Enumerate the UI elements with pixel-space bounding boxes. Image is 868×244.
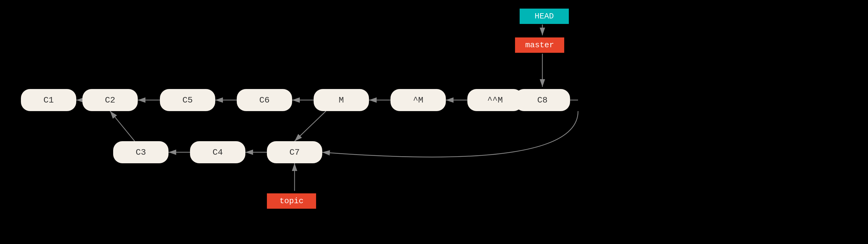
commit-c3: C3: [113, 141, 168, 163]
diagram-canvas: C1 C2 C5 C6 M ^M ^^M C8 C3 C4 C7 HEAD ma…: [0, 0, 868, 244]
label-head: HEAD: [520, 9, 569, 24]
svg-line-11: [110, 111, 135, 141]
label-topic: topic: [267, 194, 316, 209]
commit-c1: C1: [21, 89, 76, 111]
commit-c7: C7: [267, 141, 322, 163]
label-master: master: [515, 37, 564, 53]
commit-c6: C6: [237, 89, 292, 111]
commit-xm: ^M: [391, 89, 446, 111]
commit-c2: C2: [83, 89, 138, 111]
arrows-layer: [0, 0, 868, 244]
commit-c8: C8: [515, 89, 570, 111]
commit-xxm: ^^M: [467, 89, 523, 111]
commit-c5: C5: [160, 89, 215, 111]
commit-c4: C4: [190, 141, 245, 163]
svg-line-8: [294, 111, 326, 141]
commit-m: M: [314, 89, 369, 111]
